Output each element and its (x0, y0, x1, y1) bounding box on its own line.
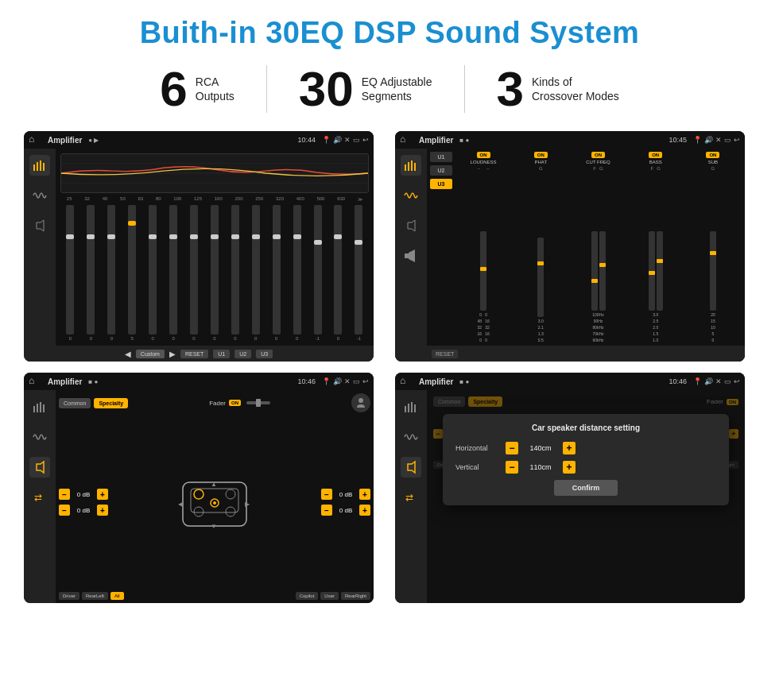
eq-custom-btn[interactable]: Custom (136, 350, 165, 358)
fader-all-btn[interactable]: All (110, 592, 124, 600)
ch-phat-label: PHAT (535, 160, 548, 164)
fader-plus-1[interactable]: + (97, 489, 108, 500)
eq-slider-track-14[interactable] (355, 205, 362, 335)
fader-volume-icon: 🔊 (333, 377, 342, 385)
eq-slider-11: 0 (293, 205, 301, 341)
dialog-horizontal-value: 140cm (525, 444, 556, 452)
fader-minus-2[interactable]: − (59, 505, 70, 516)
ch-bass-on[interactable]: ON (649, 152, 662, 158)
ch-loudness-on[interactable]: ON (477, 152, 490, 158)
eq-slider-track-6[interactable] (190, 205, 198, 335)
fader-on-btn[interactable]: ON (229, 400, 241, 406)
crossover-sidebar-vol-icon[interactable] (401, 246, 421, 266)
svg-point-32 (213, 501, 216, 505)
car-diagram: ▲ ▼ ◀ ▶ (114, 466, 315, 538)
eq-slider-track-9[interactable] (252, 205, 260, 335)
svg-point-24 (358, 398, 363, 403)
distance-sidebar-wave-icon[interactable] (401, 427, 421, 447)
svg-text:▶: ▶ (245, 501, 250, 508)
freq-32: 32 (84, 196, 90, 202)
eq-slider-track-5[interactable] (169, 205, 177, 335)
ch-phat-on[interactable]: ON (534, 152, 548, 158)
fader-minus-4[interactable]: − (321, 505, 332, 516)
fader-sidebar-eq-icon[interactable] (29, 396, 50, 417)
eq-sidebar-speaker-icon[interactable] (29, 215, 50, 236)
crossover-main-content: U1 U2 U3 ON LOUDNESS (427, 149, 745, 362)
crossover-screen-content: U1 U2 U3 ON LOUDNESS (395, 149, 745, 362)
eq-sidebar-wave-icon[interactable] (29, 185, 50, 206)
svg-rect-40 (414, 404, 416, 412)
distance-sidebar-arrows-icon[interactable]: ⇄ (401, 487, 421, 508)
eq-u1-btn[interactable]: U1 (213, 350, 230, 358)
fader-plus-3[interactable]: + (359, 489, 370, 500)
eq-u3-btn[interactable]: U3 (256, 350, 273, 358)
eq-slider-track-8[interactable] (231, 205, 239, 335)
eq-reset-btn[interactable]: RESET (180, 350, 208, 358)
fader-right-controls: − 0 dB + − 0 dB + (321, 489, 370, 516)
eq-prev-btn[interactable]: ◀ (125, 350, 131, 358)
crossover-u1-btn[interactable]: U1 (430, 152, 452, 162)
crossover-sidebar-speaker-icon[interactable] (401, 215, 421, 236)
ch-cutfreq-on[interactable]: ON (591, 152, 605, 158)
fader-minus-3[interactable]: − (321, 489, 332, 500)
dialog-horizontal-plus[interactable]: + (563, 442, 576, 454)
svg-rect-11 (411, 160, 413, 171)
fader-window-icon: ▭ (353, 377, 360, 385)
page-wrapper: Buith-in 30EQ DSP Sound System 6 RCAOutp… (0, 0, 779, 700)
svg-marker-4 (37, 220, 44, 231)
dialog-horizontal-minus[interactable]: − (506, 442, 518, 454)
fader-user-btn[interactable]: User (320, 592, 339, 600)
eq-slider-track-11[interactable] (293, 205, 301, 335)
eq-slider-track-7[interactable] (211, 205, 219, 335)
ch-loudness-label: LOUDNESS (471, 160, 497, 164)
ch-sub-on[interactable]: ON (706, 152, 719, 158)
crossover-icons-right: 📍 🔊 ✕ ▭ ↩ (693, 136, 740, 144)
fader-plus-4[interactable]: + (359, 505, 370, 516)
fader-plus-2[interactable]: + (97, 505, 108, 516)
fader-db-value-2: 0 dB (72, 507, 95, 514)
distance-dialog: Car speaker distance setting Horizontal … (443, 414, 729, 505)
fader-sidebar-arrows-icon[interactable]: ⇄ (29, 487, 50, 508)
car-svg: ▲ ▼ ◀ ▶ (167, 466, 262, 538)
dialog-vertical-plus[interactable]: + (563, 461, 576, 474)
confirm-button[interactable]: Confirm (554, 480, 618, 496)
fader-rearright-btn[interactable]: RearRight (341, 592, 370, 600)
svg-marker-20 (37, 462, 44, 473)
fader-rearleft-btn[interactable]: RearLeft (82, 592, 108, 600)
fader-common-btn[interactable]: Common (59, 398, 91, 408)
fader-minus-1[interactable]: − (59, 489, 70, 500)
fader-copilot-btn[interactable]: Copilot (296, 592, 319, 600)
crossover-sidebar-eq-icon[interactable] (401, 155, 421, 176)
eq-slider-track-12[interactable] (314, 205, 322, 335)
crossover-sidebar-wave-icon[interactable] (401, 185, 421, 206)
eq-slider-7: 0 (211, 205, 219, 341)
eq-slider-track-3[interactable] (128, 205, 136, 335)
fader-driver-btn[interactable]: Driver (59, 592, 79, 600)
svg-rect-1 (37, 162, 38, 171)
crossover-u2-btn[interactable]: U2 (430, 165, 452, 176)
eq-slider-track-10[interactable] (273, 205, 281, 335)
eq-u2-btn[interactable]: U2 (234, 350, 251, 358)
crossover-reset-btn[interactable]: RESET (432, 350, 458, 358)
fader-sidebar-wave-icon[interactable] (29, 427, 50, 447)
eq-slider-track-4[interactable] (149, 205, 157, 335)
fader-specialty-btn[interactable]: Specialty (94, 398, 128, 408)
stat-rca-number: 6 (160, 64, 187, 114)
freq-160: 160 (215, 196, 223, 202)
distance-sidebar-speaker-icon[interactable] (401, 457, 421, 478)
dialog-vertical-minus[interactable]: − (506, 461, 518, 474)
eq-slider-track-0[interactable] (66, 205, 74, 335)
svg-text:▲: ▲ (211, 481, 217, 488)
distance-main-content: Common Specialty Fader ON − 0 dB + (427, 390, 745, 603)
eq-slider-track-13[interactable] (334, 205, 342, 335)
eq-sidebar-eq-icon[interactable] (29, 155, 50, 176)
eq-play-btn[interactable]: ▶ (169, 350, 176, 358)
eq-window-icon: ▭ (353, 136, 360, 144)
freq-50: 50 (120, 196, 126, 202)
crossover-u3-btn[interactable]: U3 (430, 179, 452, 189)
distance-sidebar-eq-icon[interactable] (401, 396, 421, 417)
eq-slider-track-1[interactable] (87, 205, 95, 335)
eq-slider-track-2[interactable] (107, 205, 115, 335)
fader-icons-right: 📍 🔊 ✕ ▭ ↩ (322, 377, 369, 385)
fader-sidebar-speaker-icon[interactable] (29, 457, 50, 478)
